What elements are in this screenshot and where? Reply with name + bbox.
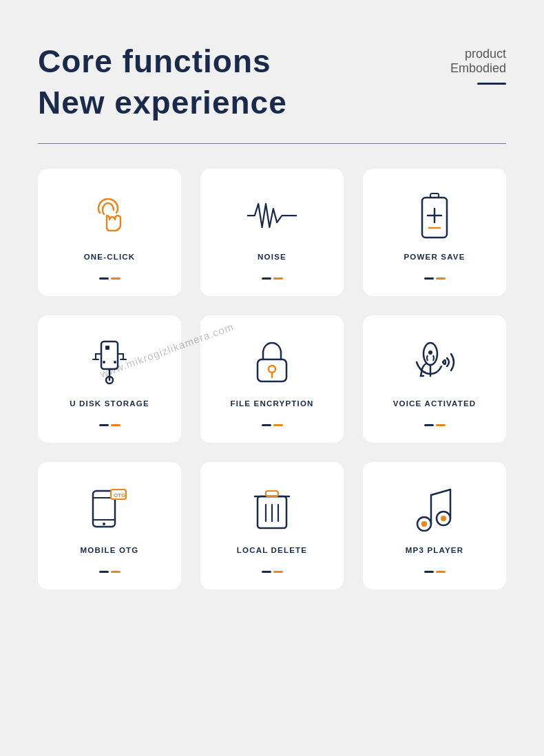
svg-point-8 bbox=[103, 361, 105, 364]
page-container: Core functions New experience product Em… bbox=[0, 0, 544, 631]
mp3-player-label: MP3 PLAYER bbox=[406, 546, 463, 554]
file-encryption-indicator bbox=[262, 424, 283, 426]
power-save-indicator bbox=[424, 277, 446, 280]
indicator-dot bbox=[111, 424, 121, 426]
indicator-dot bbox=[99, 277, 109, 280]
u-disk-storage-label: U DISK STORAGE bbox=[70, 399, 149, 408]
indicator-dot bbox=[262, 424, 271, 426]
indicator-dot bbox=[424, 571, 434, 573]
header-right: product Embodied bbox=[450, 41, 506, 85]
noise-label: NOISE bbox=[258, 253, 286, 261]
svg-point-13 bbox=[269, 366, 275, 372]
mobile-otg-label: MOBILE OTG bbox=[81, 546, 139, 554]
noise-icon bbox=[247, 191, 297, 240]
svg-point-35 bbox=[441, 516, 446, 521]
local-delete-label: LOCAL DELETE bbox=[237, 546, 307, 554]
voice-activated-label: VOICE ACTIVATED bbox=[393, 399, 477, 408]
page-title: Core functions New experience bbox=[38, 41, 287, 124]
indicator-dot bbox=[273, 571, 283, 573]
voice-activated-icon bbox=[410, 337, 459, 387]
indicator-dot bbox=[262, 571, 271, 573]
one-click-label: ONE-CLICK bbox=[84, 253, 136, 261]
indicator-dot bbox=[262, 277, 271, 280]
mobile-otg-icon: OTG bbox=[85, 484, 134, 534]
card-file-encryption: FILE ENCRYPTION bbox=[200, 315, 344, 443]
power-save-icon bbox=[410, 191, 459, 240]
embodied-label: Embodied bbox=[450, 61, 506, 76]
noise-indicator bbox=[262, 277, 283, 280]
product-label: product bbox=[450, 47, 506, 61]
indicator-dot bbox=[111, 277, 121, 280]
svg-rect-1 bbox=[430, 193, 439, 198]
indicator-dot bbox=[99, 571, 109, 573]
svg-line-33 bbox=[431, 490, 450, 495]
mp3-player-indicator bbox=[424, 571, 446, 573]
one-click-icon bbox=[85, 191, 134, 240]
mp3-player-icon bbox=[410, 484, 459, 534]
local-delete-indicator bbox=[262, 571, 283, 573]
card-noise: NOISE bbox=[200, 169, 344, 296]
svg-rect-5 bbox=[101, 342, 118, 369]
header-dash bbox=[450, 83, 506, 85]
u-disk-storage-indicator bbox=[99, 424, 121, 426]
svg-point-16 bbox=[428, 350, 432, 355]
card-mobile-otg: OTG MOBILE OTG bbox=[38, 462, 181, 589]
mobile-otg-indicator bbox=[99, 571, 121, 573]
indicator-dot bbox=[436, 424, 446, 426]
voice-activated-indicator bbox=[424, 424, 446, 426]
features-grid: ONE-CLICK NOISE POWER SAVE U DISK STORAG… bbox=[38, 169, 506, 589]
indicator-dot bbox=[424, 424, 434, 426]
local-delete-icon bbox=[247, 484, 297, 534]
card-power-save: POWER SAVE bbox=[363, 169, 506, 296]
svg-point-20 bbox=[103, 523, 105, 525]
power-save-label: POWER SAVE bbox=[404, 253, 465, 261]
indicator-dot bbox=[273, 424, 283, 426]
dash-decoration bbox=[477, 83, 506, 85]
header-divider bbox=[38, 143, 506, 145]
header: Core functions New experience product Em… bbox=[38, 41, 506, 124]
svg-rect-6 bbox=[105, 346, 109, 350]
card-mp3-player: MP3 PLAYER bbox=[363, 462, 506, 589]
card-u-disk-storage: U DISK STORAGE bbox=[38, 315, 181, 443]
svg-text:OTG: OTG bbox=[114, 492, 125, 498]
indicator-dot bbox=[436, 277, 446, 280]
file-encryption-label: FILE ENCRYPTION bbox=[230, 399, 313, 408]
indicator-dot bbox=[99, 424, 109, 426]
u-disk-storage-icon bbox=[85, 337, 134, 387]
file-encryption-icon bbox=[247, 337, 297, 387]
card-voice-activated: VOICE ACTIVATED bbox=[363, 315, 506, 443]
card-local-delete: LOCAL DELETE bbox=[200, 462, 344, 589]
indicator-dot bbox=[111, 571, 121, 573]
card-one-click: ONE-CLICK bbox=[38, 169, 181, 296]
indicator-dot bbox=[273, 277, 283, 280]
one-click-indicator bbox=[99, 277, 121, 280]
svg-point-34 bbox=[421, 521, 427, 527]
indicator-dot bbox=[436, 571, 446, 573]
svg-point-9 bbox=[114, 361, 116, 364]
indicator-dot bbox=[424, 277, 434, 280]
